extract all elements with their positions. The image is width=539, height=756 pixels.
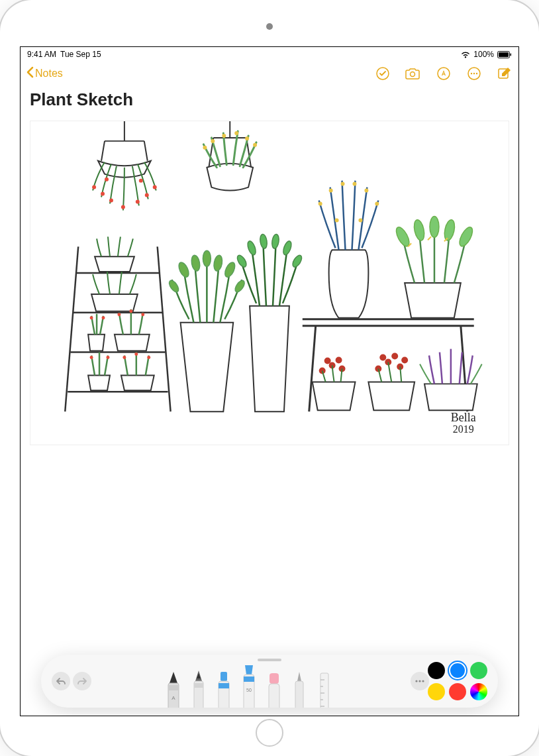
color-picker-button[interactable] [470,683,487,700]
svg-point-79 [457,225,475,248]
svg-rect-1 [499,52,509,57]
toolbar-grab-handle[interactable] [258,659,281,661]
svg-line-14 [144,141,148,161]
marker-tool[interactable] [213,667,234,708]
svg-point-30 [234,131,238,135]
svg-point-76 [413,219,426,241]
svg-point-92 [391,353,398,360]
svg-point-45 [90,356,93,359]
color-black[interactable] [428,662,445,679]
svg-point-51 [190,254,201,272]
color-palette [407,662,487,700]
highlighter-tool[interactable]: 50 [238,660,260,708]
svg-point-28 [211,139,215,143]
svg-point-59 [271,234,280,249]
svg-point-48 [134,352,138,356]
svg-point-41 [102,316,105,319]
ruler-tool[interactable] [314,667,335,708]
svg-point-56 [233,279,246,294]
svg-point-58 [260,234,268,249]
svg-point-46 [107,356,110,359]
svg-point-78 [443,219,456,241]
svg-line-81 [428,237,431,240]
wifi-icon [461,51,470,58]
lasso-tool[interactable] [289,667,310,708]
svg-point-50 [177,261,191,279]
color-green[interactable] [470,662,487,679]
more-button[interactable] [466,65,483,82]
status-time: 9:41 AM [27,50,56,59]
svg-point-77 [430,216,439,237]
svg-point-93 [401,357,408,364]
svg-point-4 [411,72,415,77]
color-blue[interactable] [449,662,466,679]
svg-rect-107 [295,681,303,708]
svg-point-70 [364,189,368,193]
eraser-tool[interactable] [264,667,285,708]
svg-line-35 [158,246,171,411]
svg-point-43 [129,309,132,313]
svg-point-47 [122,356,126,359]
svg-point-91 [379,354,386,361]
svg-point-69 [352,182,356,186]
color-yellow[interactable] [428,683,445,700]
toolbar-more-button[interactable] [411,672,429,690]
svg-point-57 [246,240,258,256]
nav-bar: Notes [21,60,518,87]
svg-point-21 [153,186,157,189]
note-title[interactable]: Plant Sketch [21,87,518,115]
back-button[interactable]: Notes [26,66,63,81]
svg-line-13 [101,141,105,161]
svg-point-55 [168,279,181,294]
status-date: Tue Sep 15 [60,50,101,59]
svg-rect-105 [270,673,279,684]
svg-point-31 [245,136,249,140]
svg-text:50: 50 [246,688,252,692]
svg-rect-95 [168,685,179,690]
markup-button[interactable] [435,65,452,82]
svg-point-86 [324,358,331,364]
compose-button[interactable] [496,65,513,82]
svg-rect-99 [220,672,227,681]
svg-point-53 [213,254,223,272]
svg-point-68 [341,182,345,186]
svg-line-34 [65,246,78,411]
svg-point-52 [203,250,211,266]
color-red[interactable] [449,683,466,700]
svg-point-16 [109,199,113,203]
svg-point-44 [141,313,144,316]
pen-tool[interactable]: A [163,667,184,708]
svg-rect-108 [320,673,328,708]
chevron-left-icon [26,66,34,81]
svg-point-9 [476,73,477,74]
battery-icon [497,51,512,58]
svg-point-32 [203,146,207,150]
status-bar: 9:41 AM Tue Sep 15 100% [21,47,518,60]
svg-rect-2 [511,53,512,56]
redo-button[interactable] [73,672,91,690]
svg-point-71 [318,202,322,206]
camera-button[interactable] [405,65,422,82]
svg-rect-101 [219,683,229,688]
svg-point-62 [291,254,303,268]
svg-point-29 [222,134,226,138]
plant-sketch-drawing: Bella 2019 [30,121,509,445]
svg-point-60 [281,240,293,256]
drawing-canvas[interactable]: Bella 2019 [30,121,509,445]
screen: 9:41 AM Tue Sep 15 100% Notes [20,46,519,716]
svg-point-33 [253,143,257,147]
back-label: Notes [35,68,63,80]
svg-point-15 [101,192,105,196]
home-button[interactable] [256,719,283,747]
pencil-tool[interactable] [188,667,209,708]
svg-point-49 [147,356,150,359]
svg-point-22 [105,178,109,182]
svg-point-20 [92,186,96,189]
checklist-button[interactable] [374,65,391,82]
svg-point-17 [121,205,125,209]
svg-point-87 [336,357,342,364]
svg-point-23 [139,179,143,183]
svg-line-65 [309,326,316,411]
signature-name: Bella [451,411,476,424]
undo-button[interactable] [52,672,70,690]
